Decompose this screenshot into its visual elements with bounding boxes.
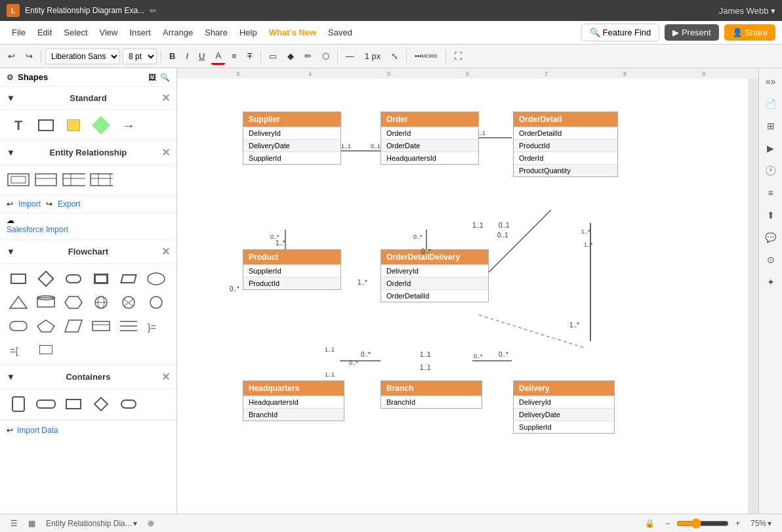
- fc-s6[interactable]: [117, 293, 140, 312]
- feature-find-button[interactable]: 🔍 Feature Find: [581, 24, 660, 41]
- import-data-button[interactable]: Import Data: [17, 426, 58, 435]
- share-button[interactable]: 👤 Share: [724, 24, 775, 41]
- ct-horiz[interactable]: [34, 394, 58, 414]
- zoom-level[interactable]: 75% ▾: [747, 518, 775, 529]
- fill-color-button[interactable]: ◆: [283, 49, 298, 64]
- rp-style-btn[interactable]: ⊙: [762, 251, 780, 269]
- rp-export-btn[interactable]: ⬆: [762, 206, 780, 224]
- rp-magic-btn[interactable]: ✦: [762, 273, 780, 291]
- export-button[interactable]: Export: [58, 199, 81, 209]
- er-shape-1[interactable]: [7, 170, 30, 190]
- fc-rect2[interactable]: [34, 340, 58, 359]
- supplier-table[interactable]: Supplier DeliveryId DeliveryDate Supplie…: [243, 112, 341, 165]
- flowchart-section-header[interactable]: ▼ Flowchart ✕: [0, 240, 176, 264]
- orderdetail-table[interactable]: OrderDetail OrderDetailId ProductId Orde…: [513, 112, 618, 177]
- strikethrough-button[interactable]: T: [243, 49, 257, 64]
- ct-plain[interactable]: [62, 394, 85, 414]
- fc-pill[interactable]: [62, 269, 85, 289]
- containers-section-header[interactable]: ▼ Containers ✕: [0, 365, 176, 389]
- rp-layers-btn[interactable]: ≡: [762, 184, 780, 202]
- rp-grid-btn[interactable]: ⊞: [762, 117, 780, 135]
- ct-cylinder[interactable]: [7, 394, 30, 414]
- fc-s12[interactable]: [117, 316, 140, 336]
- standard-section-header[interactable]: ▼ Standard ✕: [0, 87, 176, 110]
- fc-s14[interactable]: ={: [7, 340, 30, 359]
- diagram-canvas[interactable]: 1..1 0..1 0..1 0..* 0..* 1..* 1..* 1..* …: [177, 79, 748, 514]
- note-shape[interactable]: [62, 115, 85, 135]
- standard-close[interactable]: ✕: [161, 92, 170, 104]
- align-button[interactable]: ≡: [228, 49, 241, 64]
- waypoint-button[interactable]: ⤡: [387, 49, 402, 64]
- menu-select[interactable]: Select: [58, 25, 93, 40]
- line-style-button[interactable]: —: [342, 49, 358, 64]
- rp-format-btn[interactable]: 📄: [762, 94, 780, 113]
- fc-rect[interactable]: [7, 269, 30, 289]
- font-family-select[interactable]: Liberation Sans: [45, 49, 120, 64]
- redo-button[interactable]: ↪: [22, 49, 37, 64]
- fc-s7[interactable]: [144, 293, 168, 312]
- more-style-button[interactable]: ⬡: [318, 49, 333, 64]
- line-width-button[interactable]: 1 px: [361, 49, 385, 64]
- font-color-button[interactable]: A: [211, 48, 225, 65]
- zoom-in-btn[interactable]: +: [731, 518, 744, 529]
- salesforce-import-button[interactable]: Salesforce Import: [7, 225, 170, 234]
- fc-s10[interactable]: [62, 316, 85, 336]
- menu-help[interactable]: Help: [234, 25, 262, 40]
- bold-button[interactable]: B: [165, 49, 179, 64]
- font-size-select[interactable]: 8 pt 10 pt 12 pt: [123, 49, 157, 64]
- edit-title-icon[interactable]: ✏: [150, 6, 157, 16]
- underline-button[interactable]: U: [195, 49, 209, 64]
- fc-s8[interactable]: [7, 316, 30, 336]
- arrow-shape[interactable]: →: [117, 115, 140, 135]
- containers-close[interactable]: ✕: [161, 371, 170, 383]
- er-section-header[interactable]: ▼ Entity Relationship ✕: [0, 141, 176, 165]
- grid-view-btn[interactable]: ▦: [24, 518, 39, 529]
- fc-s4[interactable]: [62, 293, 85, 312]
- er-close[interactable]: ✕: [161, 146, 170, 159]
- canvas-container[interactable]: 3 4 5 6 7 8 9: [177, 68, 758, 514]
- fullscreen-button[interactable]: ⛶: [450, 49, 466, 64]
- menu-share[interactable]: Share: [199, 25, 233, 40]
- order-table[interactable]: Order OrderId OrderDate HeadquartersId: [381, 112, 479, 165]
- diamond-shape[interactable]: [89, 115, 113, 135]
- menu-insert[interactable]: Insert: [124, 25, 156, 40]
- orderdetaildelivery-table[interactable]: OrderDetailDelivery DeliveryId OrderId O…: [381, 249, 489, 302]
- rp-comments-btn[interactable]: 💬: [762, 228, 780, 247]
- menu-saved[interactable]: Saved: [323, 25, 358, 40]
- text-shape[interactable]: T: [7, 115, 30, 135]
- fc-s1[interactable]: [144, 269, 168, 289]
- fc-parallelogram[interactable]: [117, 269, 140, 289]
- rp-time-btn[interactable]: 🕐: [762, 161, 780, 180]
- zoom-out-btn[interactable]: −: [661, 518, 674, 529]
- branch-table[interactable]: Branch BranchId: [381, 380, 482, 409]
- more-button[interactable]: •••MORE: [411, 50, 442, 62]
- menu-arrange[interactable]: Arrange: [157, 25, 198, 40]
- rect-shape[interactable]: [34, 115, 58, 135]
- fc-s2[interactable]: [7, 293, 30, 312]
- flowchart-close[interactable]: ✕: [161, 245, 170, 258]
- tab-label-btn[interactable]: Entity Relationship Dia... ▾: [42, 518, 141, 529]
- shapes-search-icon[interactable]: 🔍: [160, 73, 170, 82]
- fc-s11[interactable]: [89, 316, 113, 336]
- fc-s13[interactable]: }=: [144, 316, 168, 336]
- er-shape-3[interactable]: [62, 170, 85, 190]
- fc-thick-rect[interactable]: [89, 269, 113, 289]
- product-table[interactable]: Product SupplierId ProductId: [243, 249, 341, 290]
- er-shape-4[interactable]: [89, 170, 113, 190]
- undo-button[interactable]: ↩: [4, 49, 19, 64]
- zoom-slider[interactable]: [676, 518, 729, 529]
- fc-s9[interactable]: [34, 316, 58, 336]
- shapes-image-icon[interactable]: 🖼: [148, 73, 156, 82]
- fc-diamond[interactable]: [34, 269, 58, 289]
- ct-diamond[interactable]: [89, 394, 113, 414]
- italic-button[interactable]: I: [182, 49, 192, 64]
- rp-present-btn[interactable]: ▶: [762, 139, 780, 157]
- fc-s5[interactable]: [89, 293, 113, 312]
- line-color-button[interactable]: ✏: [300, 49, 316, 64]
- delivery-table[interactable]: Delivery DeliveryId DeliveryDate Supplie…: [513, 380, 615, 434]
- fc-s3[interactable]: [34, 293, 58, 312]
- headquarters-table[interactable]: Headquarters HeadquartersId BranchId: [243, 380, 344, 421]
- rp-collapse-btn[interactable]: «»: [762, 72, 780, 91]
- user-menu[interactable]: James Webb ▾: [719, 6, 775, 16]
- er-shape-2[interactable]: [34, 170, 58, 190]
